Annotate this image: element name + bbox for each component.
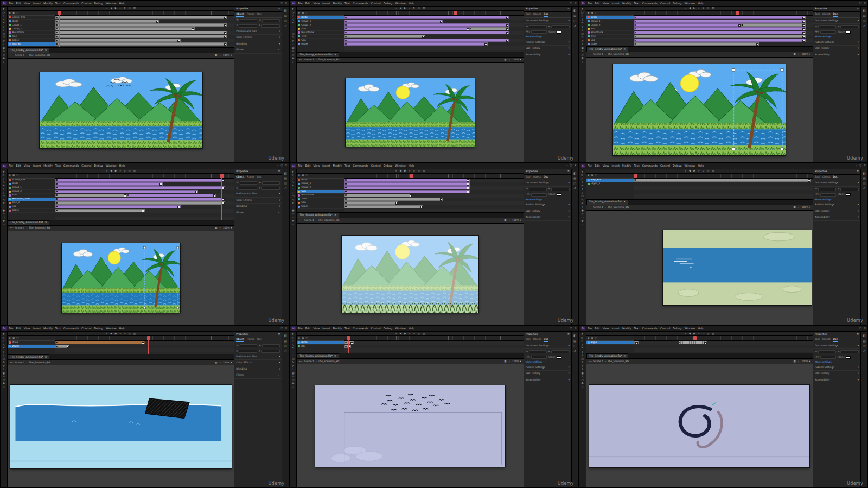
layer-row[interactable]: Mountain_Tree <box>8 198 55 201</box>
panel-menu-icon[interactable]: ≡ <box>857 8 859 10</box>
menu-item[interactable]: Insert <box>612 164 620 167</box>
frame-span[interactable] <box>634 39 806 42</box>
menu-item[interactable]: Text <box>55 164 61 167</box>
rewind-icon[interactable]: « <box>685 333 686 335</box>
layer-row[interactable]: Rope <box>586 341 634 345</box>
layer-row[interactable]: Sun <box>297 27 344 31</box>
menu-item[interactable]: Window <box>395 327 406 330</box>
libraries-panel-icon[interactable]: ◫ <box>573 345 576 348</box>
menu-item[interactable]: Help <box>409 327 414 330</box>
frames-area[interactable] <box>55 11 234 47</box>
close-icon[interactable]: ✕ <box>575 2 577 5</box>
onion-skin-icon[interactable]: ◎ <box>129 333 131 335</box>
frame-span[interactable] <box>55 201 225 205</box>
back-icon[interactable]: ⟵ <box>589 53 592 56</box>
lock-icon[interactable]: ▣ <box>12 337 15 340</box>
document-tab[interactable]: The_Scndry_Animation.fla*✕ <box>297 353 339 358</box>
onion-skin-icon[interactable]: ◎ <box>707 170 709 173</box>
rewind-icon[interactable]: « <box>685 7 686 10</box>
maximize-icon[interactable]: ▢ <box>570 327 572 330</box>
menu-item[interactable]: Edit <box>16 164 21 167</box>
zoom-tool-icon[interactable]: ⌕ <box>582 223 583 226</box>
frame-span[interactable] <box>344 35 425 38</box>
scene-breadcrumb[interactable]: Scene 1 <box>15 227 24 230</box>
frame-span[interactable] <box>344 39 509 42</box>
frame-span[interactable] <box>55 42 227 46</box>
color-panel-icon[interactable]: ◧ <box>284 172 287 175</box>
section-swf-history[interactable]: SWF History▾ <box>524 46 571 52</box>
center-stage-icon[interactable]: ⌖ <box>509 59 510 61</box>
close-icon[interactable]: ✕ <box>864 164 866 167</box>
color-panel-icon[interactable]: ◧ <box>284 334 287 338</box>
layer-color-swatch[interactable] <box>9 202 11 204</box>
layer-color-swatch[interactable] <box>588 28 590 30</box>
menu-item[interactable]: Modify <box>622 327 631 330</box>
frame-span[interactable] <box>55 205 181 208</box>
libraries-panel-icon[interactable]: ◫ <box>863 345 865 348</box>
section-blending[interactable]: Blending▾ <box>234 366 282 373</box>
section-document-settings[interactable]: Document Settings▾ <box>813 343 860 350</box>
tab-object[interactable]: Object <box>533 338 541 342</box>
layer-row[interactable]: Sea <box>8 205 55 209</box>
tab-doc[interactable]: Doc <box>544 176 548 180</box>
layer-color-swatch[interactable] <box>298 35 300 37</box>
layer-color-swatch[interactable] <box>588 20 590 22</box>
onion-skin-icon[interactable]: ◎ <box>707 333 709 335</box>
stage[interactable] <box>8 231 234 325</box>
menu-item[interactable]: Control <box>371 2 381 5</box>
zoom-tool-icon[interactable]: ⌕ <box>582 386 583 389</box>
menu-item[interactable]: Modify <box>333 2 342 5</box>
section-swf-history[interactable]: SWF History▾ <box>524 371 571 377</box>
layer-row[interactable]: Grass <box>8 209 55 213</box>
lasso-tool-icon[interactable]: ☇ <box>3 181 4 184</box>
edit-symbols-icon[interactable]: ▦ <box>794 53 796 56</box>
prev-frame-icon[interactable]: ◀ <box>110 333 112 335</box>
stage-canvas[interactable] <box>10 385 232 468</box>
frame-span[interactable] <box>55 186 225 189</box>
lock-icon[interactable]: ▣ <box>302 174 304 177</box>
menu-item[interactable]: View <box>603 2 609 5</box>
layer-color-swatch[interactable] <box>9 183 11 185</box>
minimize-icon[interactable]: – <box>856 327 857 330</box>
frame-span[interactable] <box>344 179 470 182</box>
stage-canvas[interactable] <box>342 236 478 313</box>
layer-color-swatch[interactable] <box>298 191 300 193</box>
align-panel-icon[interactable]: ▤ <box>863 15 865 18</box>
layer-row[interactable]: Tree <box>8 35 55 39</box>
layer-color-swatch[interactable] <box>588 39 590 41</box>
symbol-breadcrumb[interactable]: The_Scenerio_BG <box>29 227 50 230</box>
zoom-tool-icon[interactable]: ⌕ <box>292 386 294 389</box>
bone-tool-icon[interactable]: ⌇ <box>582 368 583 371</box>
menu-item[interactable]: View <box>313 164 320 167</box>
layer-color-swatch[interactable] <box>298 202 300 204</box>
menu-item[interactable]: Window <box>106 164 117 167</box>
history-panel-icon[interactable]: ↺ <box>284 187 287 191</box>
layer-row[interactable]: Cloud_1 <box>297 182 344 186</box>
section-accessibility[interactable]: Accessibility▾ <box>813 377 860 384</box>
back-icon[interactable]: ⟵ <box>10 54 13 57</box>
frames-area[interactable] <box>55 174 234 220</box>
align-panel-icon[interactable]: ▤ <box>573 340 576 343</box>
height-field[interactable] <box>262 19 280 22</box>
maximize-icon[interactable]: ▢ <box>859 164 861 167</box>
frame-span[interactable] <box>127 194 216 197</box>
symbol-breadcrumb[interactable]: The_Scenerio_BG <box>318 219 340 222</box>
center-stage-icon[interactable]: ⌖ <box>798 53 800 56</box>
layer-row[interactable]: Tree <box>297 198 344 201</box>
lock-icon[interactable]: ▣ <box>12 174 15 177</box>
menu-item[interactable]: Edit <box>595 2 600 5</box>
tab-object[interactable]: Object <box>533 176 541 180</box>
pencil-tool-icon[interactable]: ✎ <box>292 361 295 364</box>
tab-object[interactable]: Object <box>236 13 244 17</box>
line-tool-icon[interactable]: ∕ <box>3 29 4 32</box>
doc-width-field[interactable] <box>818 25 836 28</box>
zoom-tool-icon[interactable]: ⌕ <box>292 223 294 226</box>
rewind-icon[interactable]: « <box>395 170 397 173</box>
frame-span[interactable] <box>55 35 227 38</box>
edit-multiple-frames-icon[interactable]: ▥ <box>133 333 136 335</box>
hand-tool-icon[interactable]: ✥ <box>292 382 295 385</box>
eraser-tool-icon[interactable]: ▱ <box>3 216 5 219</box>
layer-row[interactable]: Birds <box>297 341 344 345</box>
color-panel-icon[interactable]: ◧ <box>573 172 576 175</box>
loop-icon[interactable]: ↻ <box>703 170 705 173</box>
